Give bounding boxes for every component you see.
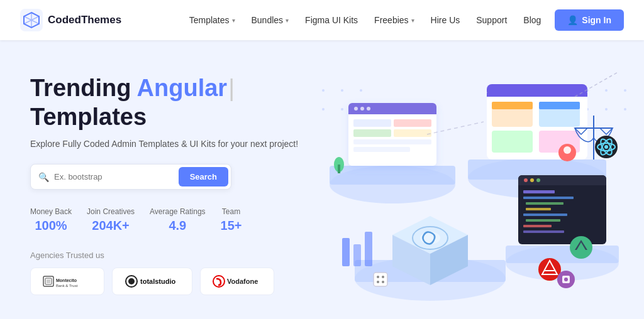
nav-item-bundles[interactable]: Bundles ▾ [245, 11, 296, 29]
svg-rect-73 [526, 202, 564, 205]
svg-point-13 [360, 89, 362, 92]
svg-rect-97 [374, 273, 387, 286]
svg-rect-61 [353, 244, 361, 266]
nav-item-figma[interactable]: Figma UI Kits [299, 11, 364, 29]
svg-point-98 [377, 276, 379, 278]
svg-rect-78 [523, 230, 564, 233]
search-button[interactable]: Search [179, 167, 228, 187]
nav-item-freebies[interactable]: Freebies ▾ [368, 11, 420, 29]
stat-team: Team 15+ [221, 207, 242, 233]
chevron-down-icon: ▾ [232, 17, 235, 24]
svg-point-96 [564, 278, 568, 281]
svg-rect-47 [539, 102, 580, 109]
svg-rect-33 [353, 129, 391, 137]
agency-logo-totalstudio: totalstudio [112, 268, 192, 295]
agency-logo-vodafone: Vodafone [200, 268, 274, 295]
svg-point-30 [367, 107, 370, 111]
agencies-logos: Montecito Bank & Trust totalstudio [30, 268, 332, 295]
agencies-section: Agencies Trusted us Montecito Bank & Tru… [30, 251, 332, 295]
search-icon: 🔍 [38, 172, 49, 182]
svg-point-19 [624, 89, 626, 92]
user-icon: 👤 [567, 15, 578, 25]
nav-item-templates[interactable]: Templates ▾ [183, 11, 242, 29]
svg-rect-60 [342, 238, 350, 266]
hero-illustration [292, 72, 644, 310]
stat-avg-ratings: Average Ratings 4.9 [150, 207, 206, 233]
svg-rect-27 [348, 111, 436, 114]
hero-section: Trending Angular| Templates Explore Full… [0, 40, 644, 319]
svg-rect-45 [492, 102, 533, 109]
svg-point-18 [605, 89, 608, 92]
nav-item-support[interactable]: Support [470, 11, 513, 29]
svg-rect-24 [330, 166, 455, 185]
nav-item-blog[interactable]: Blog [517, 11, 547, 29]
svg-text:Vodafone: Vodafone [227, 278, 258, 285]
search-bar: 🔍 Search [30, 164, 231, 190]
logo-icon [20, 9, 43, 31]
svg-rect-38 [338, 165, 340, 173]
search-input[interactable] [54, 172, 179, 181]
logo-text: CodedThemes [48, 14, 121, 26]
hero-title: Trending Angular| Templates [30, 74, 332, 131]
navbar: CodedThemes Templates ▾ Bundles ▾ Figma … [0, 0, 644, 40]
svg-text:totalstudio: totalstudio [140, 278, 175, 285]
svg-rect-35 [353, 139, 431, 144]
stat-money-back: Money Back 100% [30, 207, 72, 233]
svg-rect-62 [365, 232, 372, 266]
svg-point-70 [536, 178, 540, 182]
svg-point-87 [604, 145, 608, 149]
svg-point-68 [524, 178, 528, 182]
chevron-down-icon: ▾ [411, 17, 414, 24]
svg-point-51 [564, 146, 571, 154]
svg-text:Montecito: Montecito [56, 278, 77, 283]
svg-point-22 [624, 108, 626, 111]
svg-rect-77 [523, 225, 552, 227]
svg-rect-67 [518, 181, 606, 185]
agency-logo-montecito: Montecito Bank & Trust [30, 268, 104, 295]
svg-rect-31 [353, 119, 391, 127]
svg-rect-34 [394, 129, 431, 137]
svg-point-28 [354, 107, 358, 111]
svg-point-7 [128, 278, 135, 284]
svg-rect-64 [506, 246, 619, 263]
svg-point-21 [605, 108, 608, 111]
svg-rect-32 [394, 119, 431, 127]
svg-rect-36 [353, 147, 410, 152]
stats-row: Money Back 100% Join Creatives 204K+ Ave… [30, 207, 332, 233]
nav-links: Templates ▾ Bundles ▾ Figma UI Kits Free… [183, 11, 548, 29]
svg-rect-72 [523, 197, 574, 199]
stat-join-creatives: Join Creatives 204K+ [87, 207, 135, 233]
svg-point-12 [341, 89, 343, 92]
svg-point-15 [341, 108, 343, 111]
svg-rect-76 [526, 219, 560, 222]
svg-rect-43 [487, 93, 587, 97]
svg-point-29 [360, 107, 364, 111]
svg-rect-3 [47, 279, 50, 283]
hero-subtitle: Explore Fully Coded Admin Templates & UI… [30, 139, 332, 149]
svg-point-69 [530, 178, 534, 182]
svg-rect-48 [492, 131, 533, 153]
logo-area[interactable]: CodedThemes [20, 9, 121, 31]
svg-point-101 [382, 281, 384, 283]
hero-content: Trending Angular| Templates Explore Full… [30, 74, 332, 295]
svg-rect-74 [526, 208, 551, 210]
svg-point-100 [377, 281, 379, 283]
svg-point-99 [382, 276, 384, 278]
agencies-title: Agencies Trusted us [30, 251, 332, 260]
svg-rect-75 [523, 214, 567, 216]
nav-item-hire-us[interactable]: Hire Us [425, 11, 467, 29]
svg-text:Bank & Trust: Bank & Trust [56, 284, 78, 288]
chevron-down-icon: ▾ [286, 17, 289, 24]
svg-rect-71 [523, 190, 555, 193]
signin-button[interactable]: 👤 Sign In [555, 9, 624, 31]
